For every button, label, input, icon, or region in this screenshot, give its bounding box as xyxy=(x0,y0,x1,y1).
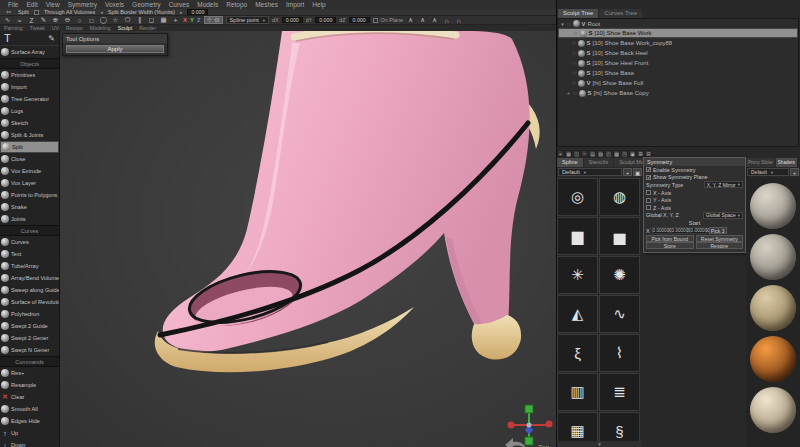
sidebar-item-split[interactable]: Split xyxy=(0,141,59,153)
z-axis-row[interactable]: Z - Axis xyxy=(644,204,745,212)
menu-models[interactable]: Models xyxy=(197,0,218,9)
y-axis-checkbox[interactable] xyxy=(646,198,651,203)
sidebar-item-vox-layer[interactable]: Vox Layer xyxy=(0,177,59,189)
spline-thumb-spring[interactable]: ⌇ xyxy=(599,334,640,372)
spline-thumb-disc-stack[interactable]: ≣ xyxy=(599,373,640,411)
stepper-left-icon[interactable]: ◂ xyxy=(100,9,103,15)
arc-profile-3-icon[interactable]: ∧ xyxy=(430,16,439,24)
ghost-icon[interactable]: ◌ xyxy=(572,40,576,46)
spline-thumb-stump[interactable]: ▆ xyxy=(557,217,598,255)
sidebar-item-clear[interactable]: ✕Clear xyxy=(0,391,59,403)
sidebar-item-curves[interactable]: Curves xyxy=(0,236,59,248)
tree-row[interactable]: ◌ S [10] Shoe Back Heel xyxy=(558,48,798,58)
eye-icon[interactable] xyxy=(578,40,585,47)
store-button[interactable]: Store xyxy=(646,242,694,249)
spline-thumb-twist-ribbon[interactable]: § xyxy=(599,412,640,441)
plane-icon[interactable]: ◻ xyxy=(147,16,156,24)
spline-preset-select[interactable]: Default▾ xyxy=(558,168,622,176)
add-shader-button[interactable]: + xyxy=(790,168,799,176)
eye-icon[interactable] xyxy=(578,70,585,77)
arc-profile-5-icon[interactable]: ∩ xyxy=(454,17,463,24)
sidebar-item-polyhedron[interactable]: Polyhedron xyxy=(0,308,59,320)
point-mode-select[interactable]: Spline point▾ xyxy=(226,16,270,24)
restore-button[interactable]: Restore xyxy=(696,242,744,249)
through-all-volumes-checkbox[interactable] xyxy=(34,10,39,15)
menu-symmetry[interactable]: Symmetry xyxy=(68,0,97,9)
show-plane-row[interactable]: Show Symmetry Plane xyxy=(644,174,745,182)
shader-clay-grey-2[interactable] xyxy=(750,234,796,280)
hatch-icon[interactable]: ⌗ xyxy=(581,150,588,157)
x-axis-checkbox[interactable] xyxy=(646,190,651,195)
ghost-icon[interactable]: ◌ xyxy=(572,50,576,56)
sidebar-item-close[interactable]: Close xyxy=(0,153,59,165)
menu-edit[interactable]: Edit xyxy=(26,0,37,9)
parallel-lines-icon[interactable]: ∥ xyxy=(135,16,144,24)
shader-clay-tan[interactable] xyxy=(750,285,796,331)
menu-meshes[interactable]: Meshes xyxy=(255,0,278,9)
menu-import[interactable]: Import xyxy=(286,0,304,9)
y-axis-row[interactable]: Y - Axis xyxy=(644,196,745,204)
remove-grid-icon[interactable]: ⊟ xyxy=(645,150,652,157)
eye-icon[interactable] xyxy=(578,60,585,67)
stencil-icon[interactable]: ◫ xyxy=(573,150,580,157)
menu-geometry[interactable]: Geometry xyxy=(132,0,161,9)
snap-toggle-group[interactable]: ⊹⊙ xyxy=(204,16,223,24)
spline-thumb-dotted-sphere[interactable]: ◍ xyxy=(599,178,640,216)
ghost-icon[interactable]: ◌ xyxy=(572,60,576,66)
eye-icon[interactable] xyxy=(579,90,586,97)
sidebar-item-up[interactable]: ↑Up xyxy=(0,427,59,439)
ghost-icon[interactable]: ◌ xyxy=(572,80,576,86)
sidebar-item-import[interactable]: Import xyxy=(0,81,59,93)
sidebar-item-surface-revolution[interactable]: Surface of Revolution xyxy=(0,296,59,308)
mesh-icon[interactable]: ▩ xyxy=(613,150,620,157)
sidebar-item-resample[interactable]: Resample xyxy=(0,379,59,391)
arc-profile-4-icon[interactable]: ∩ xyxy=(442,17,451,24)
sidebar-item-text[interactable]: Text xyxy=(0,248,59,260)
corner-icon[interactable]: ◳ xyxy=(621,150,628,157)
sidebar-item-sketch[interactable]: Sketch xyxy=(0,117,59,129)
subtract-circle-icon[interactable]: ⊖ xyxy=(63,16,72,24)
dx-field[interactable]: 0.000 xyxy=(282,17,303,23)
axis-z-toggle[interactable]: Z xyxy=(197,17,201,23)
eye-icon[interactable] xyxy=(573,20,580,27)
sidebar-item-tree-generator[interactable]: Tree Generator xyxy=(0,93,59,105)
sidebar-item-swept-2-guide[interactable]: Swept 2 Guide xyxy=(0,320,59,332)
gizmo-y-handle-2[interactable] xyxy=(525,437,533,445)
sidebar-item-swept-n-gener[interactable]: Swept N Gener xyxy=(0,344,59,356)
split-border-width-field[interactable]: 0.000 xyxy=(187,9,208,15)
dy-field[interactable]: 0.000 xyxy=(315,17,336,23)
spline-thumb-chip-cylinder[interactable]: ▦ xyxy=(557,412,598,441)
spline-thumb-flower-ball[interactable]: ✺ xyxy=(599,256,640,294)
polygon-shape-icon[interactable]: ⬠ xyxy=(123,16,132,24)
tree-root-row[interactable]: ▾ ◌ V Root xyxy=(558,19,798,28)
shader-cream[interactable] xyxy=(750,387,796,433)
show-plane-checkbox[interactable] xyxy=(646,175,651,180)
menu-view[interactable]: View xyxy=(46,0,60,9)
spline-thumb-spike-cone[interactable]: ◭ xyxy=(557,295,598,333)
arc-profile-2-icon[interactable]: ∧ xyxy=(418,16,427,24)
menu-file[interactable]: File xyxy=(8,0,18,9)
sidebar-item-array-bend[interactable]: Array/Bend Volume xyxy=(0,272,59,284)
eye-icon[interactable] xyxy=(578,80,585,87)
axis-gizmo[interactable]: Top xyxy=(505,405,553,447)
pencil-icon[interactable]: ✎ xyxy=(48,34,55,43)
sidebar-item-edges-hide[interactable]: Edges Hide xyxy=(0,415,59,427)
coord-z-field[interactable]: 0.000000 xyxy=(690,227,707,234)
spline-thumb-stump-wide[interactable]: ▅ xyxy=(599,217,640,255)
collapse-caret-icon[interactable]: ▾ xyxy=(560,21,565,27)
reset-symmetry-button[interactable]: Reset Symmetry xyxy=(696,235,744,242)
enable-symmetry-checkbox[interactable] xyxy=(646,167,651,172)
dz-field[interactable]: 0.000 xyxy=(349,17,370,23)
ghost-icon[interactable]: ◌ xyxy=(573,90,577,96)
spline-thumb-dotted-cylinder[interactable]: ▥ xyxy=(557,373,598,411)
add-grid-icon[interactable]: ⊞ xyxy=(637,150,644,157)
tree-row[interactable]: ◌ S [10] Shoe Base xyxy=(558,68,798,78)
stepper-right-icon[interactable]: ▸ xyxy=(180,9,183,15)
sidebar-item-down[interactable]: ↓Down xyxy=(0,439,59,447)
menu-retopo[interactable]: Retopo xyxy=(226,0,247,9)
pen-icon[interactable]: ✎ xyxy=(39,16,48,24)
shader-clay-grey[interactable] xyxy=(750,183,796,229)
tab-stencils[interactable]: Stencils xyxy=(584,158,614,167)
menu-voxels[interactable]: Voxels xyxy=(105,0,124,9)
sidebar-item-joints[interactable]: Joints xyxy=(0,213,59,225)
